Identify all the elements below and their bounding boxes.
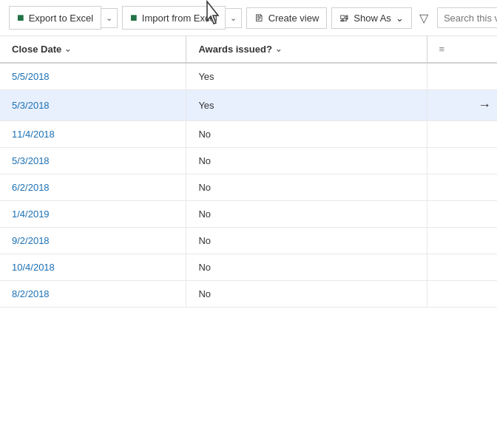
table-container: Close Date ⌄ Awards issued? ⌄ ≡ 5/5/2018… (0, 36, 497, 308)
import-excel-icon: ■ (130, 11, 138, 24)
table-row[interactable]: 5/3/2018Yes→ (0, 90, 497, 121)
show-as-button[interactable]: 🖳 Show As ⌄ (331, 7, 412, 29)
table-row[interactable]: 6/2/2018No (0, 174, 497, 201)
cell-close-date: 11/4/2018 (0, 121, 186, 148)
import-excel-caret[interactable]: ⌄ (226, 8, 242, 28)
cell-action (427, 201, 497, 228)
table-row[interactable]: 10/4/2018No (0, 254, 497, 281)
cell-awards-issued: No (186, 121, 427, 148)
cell-action (427, 63, 497, 90)
create-view-label: Create view (268, 13, 320, 24)
table-body: 5/5/2018Yes5/3/2018Yes→11/4/2018No5/3/20… (0, 63, 497, 308)
cell-action (427, 121, 497, 148)
col-close-date-sort-icon: ⌄ (64, 44, 71, 54)
col-awards-issued-label: Awards issued? (198, 44, 271, 55)
cell-action (427, 174, 497, 201)
cell-awards-issued: No (186, 201, 427, 228)
table-row[interactable]: 8/2/2018No (0, 281, 497, 308)
import-excel-button[interactable]: ■ Import from Excel (122, 6, 226, 30)
cell-close-date: 5/3/2018 (0, 90, 186, 121)
search-box: 🔍 (437, 7, 497, 28)
row-arrow-icon[interactable]: → (478, 98, 491, 112)
create-view-group: 🖹 Create view (246, 7, 328, 29)
table-row[interactable]: 5/5/2018Yes (0, 63, 497, 90)
cell-action[interactable]: → (427, 90, 497, 121)
cell-awards-issued: No (186, 281, 427, 308)
cell-close-date: 5/5/2018 (0, 63, 186, 90)
table-row[interactable]: 11/4/2018No (0, 121, 497, 148)
cell-close-date: 9/2/2018 (0, 228, 186, 254)
table-header-row: Close Date ⌄ Awards issued? ⌄ ≡ (0, 36, 497, 63)
cell-awards-issued: No (186, 254, 427, 281)
cell-awards-issued: Yes (186, 63, 427, 90)
create-view-icon: 🖹 (254, 13, 264, 24)
cell-close-date: 1/4/2019 (0, 201, 186, 228)
col-close-date-label: Close Date (12, 44, 61, 55)
table-row[interactable]: 5/3/2018No (0, 148, 497, 174)
col-resize-icon: ≡ (439, 44, 445, 55)
export-excel-label: Export to Excel (29, 13, 93, 24)
cell-close-date: 6/2/2018 (0, 174, 186, 201)
toolbar-right: ▽ 🔍 (416, 7, 497, 28)
cell-awards-issued: Yes (186, 90, 427, 121)
export-excel-button[interactable]: ■ Export to Excel (9, 6, 101, 30)
data-table: Close Date ⌄ Awards issued? ⌄ ≡ 5/5/2018… (0, 36, 497, 308)
cell-close-date: 5/3/2018 (0, 148, 186, 174)
import-excel-group: ■ Import from Excel ⌄ (122, 6, 242, 30)
show-as-label: Show As (354, 13, 391, 24)
cell-close-date: 10/4/2018 (0, 254, 186, 281)
cell-close-date: 8/2/2018 (0, 281, 186, 308)
cell-awards-issued: No (186, 148, 427, 174)
create-view-button[interactable]: 🖹 Create view (246, 7, 328, 29)
export-excel-group: ■ Export to Excel ⌄ (9, 6, 118, 30)
import-excel-label: Import from Excel (142, 13, 217, 24)
toolbar: ■ Export to Excel ⌄ ■ Import from Excel … (0, 0, 497, 36)
cell-awards-issued: No (186, 174, 427, 201)
table-row[interactable]: 1/4/2019No (0, 201, 497, 228)
export-excel-icon: ■ (17, 11, 24, 24)
cell-action (427, 148, 497, 174)
show-as-group: 🖳 Show As ⌄ (331, 7, 412, 29)
filter-icon[interactable]: ▽ (416, 8, 431, 28)
col-header-extra: ≡ (427, 36, 497, 63)
cell-awards-issued: No (186, 228, 427, 254)
export-excel-caret[interactable]: ⌄ (101, 8, 118, 28)
col-header-close-date[interactable]: Close Date ⌄ (0, 36, 186, 63)
col-header-awards-issued[interactable]: Awards issued? ⌄ (186, 36, 427, 63)
show-as-caret-icon: ⌄ (396, 13, 404, 24)
show-as-icon: 🖳 (339, 13, 349, 24)
cell-action (427, 254, 497, 281)
cell-action (427, 228, 497, 254)
cell-action (427, 281, 497, 308)
col-awards-issued-sort-icon: ⌄ (275, 44, 282, 54)
search-input[interactable] (438, 9, 497, 27)
table-row[interactable]: 9/2/2018No (0, 228, 497, 254)
